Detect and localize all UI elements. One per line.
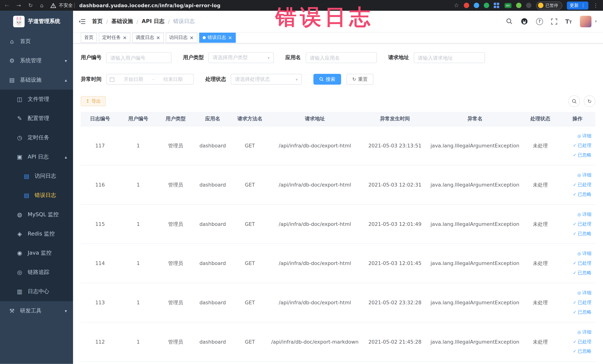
detail-link[interactable]: ◎详细 xyxy=(561,170,591,180)
close-icon[interactable]: × xyxy=(228,35,232,40)
check-icon: ✓ xyxy=(573,300,577,305)
fullscreen-icon[interactable] xyxy=(551,18,557,24)
processed-link[interactable]: ✓已处理 xyxy=(561,258,591,268)
breadcrumb-home[interactable]: 首页 xyxy=(92,18,103,25)
table-header-row: 日志编号 用户编号 用户类型 应用名 请求方法名 请求地址 异常发生时间 异常名… xyxy=(81,112,595,126)
detail-link[interactable]: ◎详细 xyxy=(561,210,591,219)
tab-job[interactable]: 定时任务 × xyxy=(99,33,130,42)
user-type-select[interactable]: 请选择用户类型 ▾ xyxy=(208,52,274,63)
detail-link[interactable]: ◎详细 xyxy=(561,131,591,141)
browser-chrome: ← → ↻ ⌂ 不安全 dashboard.yudao.iocoder.cn/i… xyxy=(0,0,603,11)
font-size-icon[interactable]: TT xyxy=(565,18,572,25)
user-id-input[interactable] xyxy=(106,52,172,63)
sidebar-item-job[interactable]: ◷ 定时任务 xyxy=(0,128,73,147)
search-button[interactable]: 搜索 xyxy=(313,74,341,84)
sidebar-item-file[interactable]: ◫ 文件管理 xyxy=(0,90,73,109)
processed-link[interactable]: ✓已处理 xyxy=(561,141,591,150)
toggle-search-button[interactable] xyxy=(568,95,580,107)
close-icon[interactable]: × xyxy=(189,35,194,40)
update-button[interactable]: 更新 ⋮ xyxy=(567,1,588,10)
breadcrumb-infra[interactable]: 基础设施 xyxy=(111,18,133,25)
sidebar-item-trace[interactable]: ◎ 链路追踪 xyxy=(0,263,73,282)
extension-on-badge[interactable]: on xyxy=(504,3,511,8)
view-icon: ◎ xyxy=(577,290,581,295)
extension-icon[interactable] xyxy=(484,3,489,8)
header-user-id: 用户编号 xyxy=(119,112,157,126)
sidebar-item-access-log[interactable]: ▤ 访问日志 xyxy=(0,166,73,186)
ignored-link[interactable]: ✓已忽略 xyxy=(561,150,591,160)
logo[interactable]: 芋道管理系统 xyxy=(0,11,73,32)
gear-icon: ⚙ xyxy=(8,57,16,64)
check-icon: ✓ xyxy=(573,310,577,315)
browser-back-icon[interactable]: ← xyxy=(5,2,9,8)
close-icon[interactable]: × xyxy=(156,35,160,40)
extension-icon[interactable] xyxy=(516,3,521,8)
sidebar-item-api-log[interactable]: ▣ API 日志 ▴ xyxy=(0,147,73,167)
breadcrumb-api-log[interactable]: API 日志 xyxy=(142,18,164,25)
ignored-link[interactable]: ✓已忽略 xyxy=(561,307,591,317)
sidebar-item-dev-tools[interactable]: ⚒ 研发工具 ▾ xyxy=(0,301,73,320)
process-status-select[interactable]: 请选择处理状态 ▾ xyxy=(231,74,302,84)
ignored-link[interactable]: ✓已忽略 xyxy=(561,268,591,278)
search-icon xyxy=(572,99,577,104)
avatar[interactable] xyxy=(580,16,591,27)
refresh-table-button[interactable]: ↻ xyxy=(584,95,595,107)
paw-extension-icon[interactable] xyxy=(526,3,531,8)
sidebar-item-config[interactable]: ✎ 配置管理 xyxy=(0,109,73,128)
sidebar-item-java[interactable]: ◉ Java 监控 xyxy=(0,244,73,263)
tab-access-log[interactable]: 访问日志 × xyxy=(166,33,197,42)
sidebar-item-mysql[interactable]: ◍ MySQL 监控 xyxy=(0,205,73,224)
bookmark-star-icon[interactable]: ☆ xyxy=(454,2,459,9)
tab-job-log[interactable]: 调度日志 × xyxy=(132,33,164,42)
address-url[interactable]: dashboard.yudao.iocoder.cn/infra/log/api… xyxy=(79,2,220,8)
check-icon: ✓ xyxy=(573,270,577,275)
extension-grid-icon[interactable] xyxy=(494,3,496,5)
cell-exception-time: 2021-05-03 23:13:51 xyxy=(361,126,429,165)
divider xyxy=(74,3,75,8)
reset-button[interactable]: ↻ 重置 xyxy=(347,74,373,84)
security-indicator[interactable]: 不安全 xyxy=(50,2,73,9)
export-button[interactable]: ↥ 导出 xyxy=(81,96,106,106)
hamburger-icon[interactable] xyxy=(73,18,92,24)
app-name-input[interactable] xyxy=(305,52,377,63)
sidebar-item-error-log[interactable]: ▤ 错误日志 xyxy=(0,186,73,205)
sidebar-item-home[interactable]: ⌂ 首页 xyxy=(0,32,73,51)
detail-link[interactable]: ◎详细 xyxy=(561,288,591,298)
view-icon: ◎ xyxy=(577,133,581,139)
processed-link[interactable]: ✓已处理 xyxy=(561,337,591,347)
ignored-link[interactable]: ✓已忽略 xyxy=(561,229,591,238)
date-range-picker[interactable]: 开始日期 - 结束日期 xyxy=(106,74,194,84)
extension-icon[interactable] xyxy=(464,3,469,8)
browser-menu-icon[interactable]: ⋮ xyxy=(593,2,598,8)
close-icon[interactable]: × xyxy=(123,35,127,40)
help-icon[interactable]: ? xyxy=(536,18,543,25)
eye-icon: ◎ xyxy=(15,269,24,276)
stage: ← → ↻ ⌂ 不安全 dashboard.yudao.iocoder.cn/i… xyxy=(0,0,603,364)
processed-link[interactable]: ✓已处理 xyxy=(561,298,591,307)
ignored-link[interactable]: ✓已忽略 xyxy=(561,347,591,356)
content: 用户编号 用户类型 请选择用户类型 ▾ 应用名 xyxy=(73,43,603,364)
cell-user-id: 1 xyxy=(119,283,157,322)
tab-error-log[interactable]: 错误日志 × xyxy=(199,33,236,42)
log-center-icon: ▥ xyxy=(15,288,24,295)
detail-link[interactable]: ◎详细 xyxy=(561,249,591,258)
ignored-link[interactable]: ✓已忽略 xyxy=(561,190,591,199)
processed-link[interactable]: ✓已处理 xyxy=(561,180,591,190)
sidebar-item-log-center[interactable]: ▥ 日志中心 xyxy=(0,282,73,301)
sidebar-item-system[interactable]: ⚙ 系统管理 ▾ xyxy=(0,51,73,70)
request-url-input[interactable] xyxy=(414,52,485,63)
search-icon[interactable] xyxy=(506,18,512,25)
sidebar-item-infra[interactable]: ▤ 基础设施 ▴ xyxy=(0,70,73,90)
date-separator: - xyxy=(152,77,154,82)
detail-link[interactable]: ◎详细 xyxy=(561,327,591,337)
github-icon[interactable] xyxy=(521,18,528,25)
browser-home-icon[interactable]: ⌂ xyxy=(40,2,43,8)
tab-home[interactable]: 首页 xyxy=(81,33,97,42)
browser-forward-icon[interactable]: → xyxy=(16,2,21,8)
paused-badge[interactable]: 已暂停 xyxy=(536,1,562,10)
avatar-caret-icon[interactable]: ▾ xyxy=(595,19,597,23)
sidebar-item-redis[interactable]: ◈ Redis 监控 xyxy=(0,224,73,244)
browser-reload-icon[interactable]: ↻ xyxy=(28,2,33,8)
processed-link[interactable]: ✓已处理 xyxy=(561,219,591,229)
extension-icon[interactable] xyxy=(474,3,479,8)
